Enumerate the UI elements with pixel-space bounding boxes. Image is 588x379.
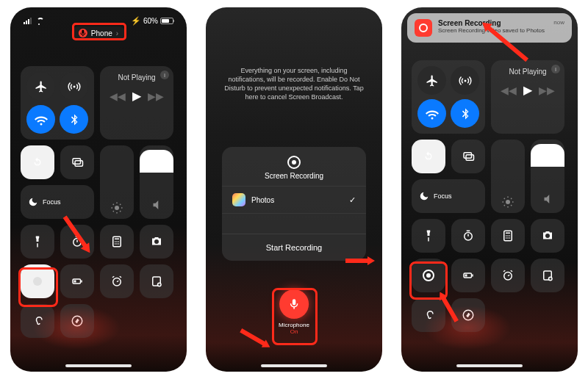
sheet-header: Screen Recording — [222, 156, 366, 186]
svg-point-22 — [118, 243, 120, 245]
hearing-button[interactable] — [21, 304, 54, 338]
svg-point-20 — [115, 243, 116, 245]
cellular-toggle[interactable] — [60, 72, 88, 101]
calculator-button[interactable] — [491, 219, 525, 253]
screen-recording-notification[interactable]: Screen Recording Screen Recording video … — [407, 13, 572, 43]
next-track-icon[interactable]: ▶▶ — [148, 90, 164, 102]
quick-note-button[interactable] — [140, 264, 173, 298]
timer-button[interactable] — [451, 219, 485, 253]
start-recording-button[interactable]: Start Recording — [222, 234, 366, 261]
connectivity-tile[interactable] — [21, 66, 94, 140]
notification-time: now — [553, 19, 564, 37]
next-track-icon[interactable]: ▶▶ — [539, 84, 555, 96]
svg-point-19 — [118, 241, 120, 242]
home-indicator[interactable] — [65, 364, 132, 367]
timer-button[interactable] — [60, 225, 94, 259]
home-indicator[interactable] — [261, 364, 327, 367]
alarm-button[interactable] — [491, 259, 525, 292]
destination-row-photos[interactable]: Photos ✓ — [222, 186, 366, 213]
chevron-right-icon: › — [116, 29, 118, 37]
broadcast-warning-text[interactable]: Everything on your screen, including not… — [222, 66, 366, 102]
shazam-button[interactable] — [451, 298, 485, 332]
mic-circle — [279, 289, 309, 319]
wifi-toggle[interactable] — [417, 99, 446, 128]
volume-slider[interactable] — [531, 140, 564, 213]
cell-bars-icon — [24, 18, 32, 24]
battery-cluster: ⚡ 60% — [131, 16, 173, 26]
connectivity-tile[interactable] — [412, 60, 485, 134]
focus-button[interactable]: Focus — [21, 185, 94, 219]
camera-button[interactable] — [531, 219, 564, 253]
svg-point-38 — [464, 79, 466, 82]
microphone-label: MicrophoneOn — [279, 322, 309, 335]
calculator-button[interactable] — [100, 225, 134, 259]
airplane-toggle[interactable] — [417, 66, 446, 95]
cellular-toggle[interactable] — [451, 66, 479, 95]
volume-slider[interactable] — [140, 145, 173, 219]
airplane-toggle[interactable] — [26, 72, 55, 101]
panel-control-center-2: Screen Recording Screen Recording video … — [401, 7, 578, 372]
low-power-button[interactable] — [60, 264, 94, 298]
now-playing-label: Not Playing — [497, 68, 559, 76]
bluetooth-toggle[interactable] — [60, 105, 88, 134]
flashlight-button[interactable] — [412, 219, 445, 253]
svg-point-56 — [507, 235, 509, 237]
orientation-lock-button[interactable] — [412, 140, 445, 173]
airplay-icon[interactable]: i — [551, 65, 560, 73]
svg-line-28 — [112, 276, 114, 278]
svg-line-67 — [511, 270, 512, 272]
control-center-grid: i Not Playing ◀◀ ▶ ▶▶ Focus — [412, 60, 567, 332]
screen-record-button[interactable] — [21, 264, 54, 298]
camera-button[interactable] — [140, 225, 173, 259]
focus-button[interactable]: Focus — [412, 179, 485, 213]
play-icon[interactable]: ▶ — [132, 89, 141, 103]
annotation-arrow — [237, 326, 273, 353]
airplay-icon[interactable]: i — [160, 71, 169, 79]
record-ring-icon — [287, 156, 301, 169]
photos-app-icon — [232, 193, 245, 206]
prev-track-icon[interactable]: ◀◀ — [110, 90, 126, 102]
checkmark-icon: ✓ — [349, 195, 356, 205]
bluetooth-toggle[interactable] — [451, 99, 479, 128]
svg-point-59 — [507, 237, 509, 239]
now-playing-tile[interactable]: i Not Playing ◀◀ ▶ ▶▶ — [100, 66, 173, 140]
screen-mirroring-button[interactable] — [451, 140, 485, 173]
play-icon[interactable]: ▶ — [523, 83, 532, 97]
orientation-lock-button[interactable] — [21, 145, 54, 179]
svg-line-66 — [503, 270, 505, 272]
panel-control-center-1: ⚡ 60% Phone › i Not Playing ◀◀ ▶ ▶▶ — [10, 7, 187, 372]
home-indicator[interactable] — [456, 364, 523, 367]
svg-line-49 — [511, 198, 512, 199]
battery-icon — [160, 18, 173, 24]
microphone-toggle[interactable]: MicrophoneOn — [279, 289, 309, 335]
flashlight-button[interactable] — [21, 225, 54, 259]
now-playing-tile[interactable]: i Not Playing ◀◀ ▶ ▶▶ — [491, 60, 564, 134]
svg-point-3 — [115, 206, 119, 210]
now-playing-label: Not Playing — [106, 73, 168, 82]
low-power-button[interactable] — [451, 259, 485, 292]
brightness-slider[interactable] — [100, 145, 134, 219]
svg-line-65 — [508, 275, 509, 276]
svg-rect-25 — [74, 281, 76, 283]
svg-rect-62 — [472, 275, 473, 277]
svg-marker-37 — [239, 326, 273, 350]
phone-recording-pill[interactable]: Phone › — [71, 26, 126, 40]
wifi-toggle[interactable] — [26, 105, 55, 134]
phone-pill-label: Phone — [91, 29, 112, 37]
svg-rect-24 — [81, 281, 82, 283]
destination-row-empty — [222, 213, 366, 234]
svg-point-17 — [115, 241, 116, 242]
focus-label: Focus — [43, 198, 61, 206]
brightness-slider[interactable] — [491, 140, 525, 213]
destination-label: Photos — [251, 196, 274, 204]
alarm-button[interactable] — [100, 264, 134, 298]
shazam-button[interactable] — [60, 304, 94, 338]
hearing-button[interactable] — [412, 298, 445, 332]
svg-point-58 — [506, 237, 507, 239]
volume-icon — [150, 198, 163, 212]
screen-mirroring-button[interactable] — [60, 145, 94, 179]
screen-record-button[interactable] — [412, 259, 445, 292]
prev-track-icon[interactable]: ◀◀ — [501, 84, 517, 96]
svg-point-55 — [506, 235, 507, 237]
quick-note-button[interactable] — [531, 259, 564, 292]
